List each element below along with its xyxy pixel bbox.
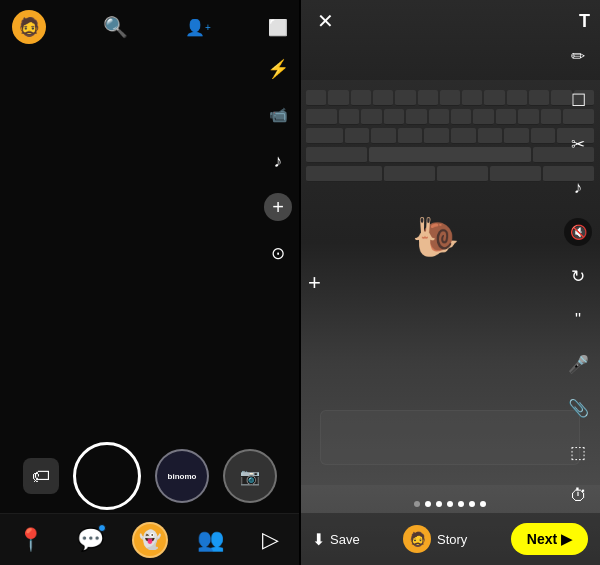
right-bottom-bar: ⬇ Save 🧔 Story Next ▶ [300, 513, 600, 565]
nav-snap[interactable]: 👻 [128, 518, 172, 562]
add-content-button[interactable]: + [308, 270, 321, 296]
search-icon[interactable]: 🔍 [103, 15, 128, 39]
text-tool-btn[interactable]: T [579, 11, 590, 32]
chat-notification-dot [98, 524, 106, 532]
mic-tool-icon[interactable]: 🎤 [564, 350, 592, 378]
story-label: Story [437, 532, 467, 547]
save-button[interactable]: ⬇ Save [312, 530, 360, 549]
dot-2 [425, 501, 431, 507]
dot-1 [414, 501, 420, 507]
music-tool-icon[interactable]: ♪ [564, 174, 592, 202]
friends-icon: 👥 [197, 527, 224, 553]
story-avatar: 🧔 [403, 525, 431, 553]
panel-divider [299, 0, 301, 565]
sticker-tool-icon[interactable]: ☐ [564, 86, 592, 114]
map-icon: 📍 [17, 527, 44, 553]
nav-discover[interactable]: ▷ [248, 518, 292, 562]
avatar[interactable]: 🧔 [12, 10, 46, 44]
scissors-tool-icon[interactable]: ✂ [564, 130, 592, 158]
story-button[interactable]: 🧔 Story [403, 525, 467, 553]
music-icon[interactable]: ♪ [264, 147, 292, 175]
nav-chat[interactable]: 💬 [68, 518, 112, 562]
dot-6 [469, 501, 475, 507]
sticker-icon[interactable]: 🏷 [23, 458, 59, 494]
bottom-nav: 📍 💬 👻 👥 ▷ [0, 513, 300, 565]
mute-tool-icon[interactable]: 🔇 [564, 218, 592, 246]
right-side-toolbar: ✏ ☐ ✂ ♪ 🔇 ↻ " 🎤 📎 ⬚ ⏱ [564, 42, 592, 510]
save-label: Save [330, 532, 360, 547]
left-camera-panel: 🧔 🔍 👤+ ⬜ ⚡ 📹 ♪ + ⊙ 🏷 binomo 📷 📍 💬 👻 [0, 0, 300, 565]
video-icon[interactable]: 📹 [264, 101, 292, 129]
crop-tool-icon[interactable]: ⬚ [564, 438, 592, 466]
close-button[interactable]: ✕ [310, 6, 340, 36]
flash-icon[interactable]: ⚡ [264, 55, 292, 83]
profile-icon[interactable]: ⬜ [268, 18, 288, 37]
trackpad-visual [320, 410, 580, 465]
pen-tool-icon[interactable]: ✏ [564, 42, 592, 70]
next-button[interactable]: Next ▶ [511, 523, 588, 555]
binomo-lens[interactable]: binomo [155, 449, 209, 503]
camera-bottom: 🏷 binomo 📷 [0, 442, 300, 510]
nav-map[interactable]: 📍 [8, 518, 52, 562]
right-top-bar: ✕ T [300, 0, 600, 42]
add-friend-icon[interactable]: 👤+ [185, 18, 211, 37]
discover-icon: ▷ [262, 527, 279, 553]
photo-lens[interactable]: 📷 [223, 449, 277, 503]
focus-icon[interactable]: ⊙ [264, 239, 292, 267]
capture-button[interactable] [73, 442, 141, 510]
right-story-panel: 🐌 ✕ T ✏ ☐ ✂ ♪ 🔇 ↻ " 🎤 📎 ⬚ ⏱ + ⬇ Save [300, 0, 600, 565]
page-indicator [300, 501, 600, 507]
dot-5 [458, 501, 464, 507]
save-icon: ⬇ [312, 530, 325, 549]
left-top-bar: 🧔 🔍 👤+ ⬜ [0, 0, 300, 54]
snap-avatar-btn[interactable]: 👻 [132, 522, 168, 558]
dot-3 [436, 501, 442, 507]
plus-icon[interactable]: + [264, 193, 292, 221]
binomo-lens-label: binomo [168, 472, 197, 481]
quote-tool-icon[interactable]: " [564, 306, 592, 334]
camera-toolbar: ⚡ 📹 ♪ + ⊙ [264, 55, 292, 267]
snail-sticker[interactable]: 🐌 [412, 215, 459, 259]
nav-friends[interactable]: 👥 [188, 518, 232, 562]
dot-4 [447, 501, 453, 507]
attach-tool-icon[interactable]: 📎 [564, 394, 592, 422]
refresh-tool-icon[interactable]: ↻ [564, 262, 592, 290]
photo-lens-icon: 📷 [240, 467, 260, 486]
dot-7 [480, 501, 486, 507]
